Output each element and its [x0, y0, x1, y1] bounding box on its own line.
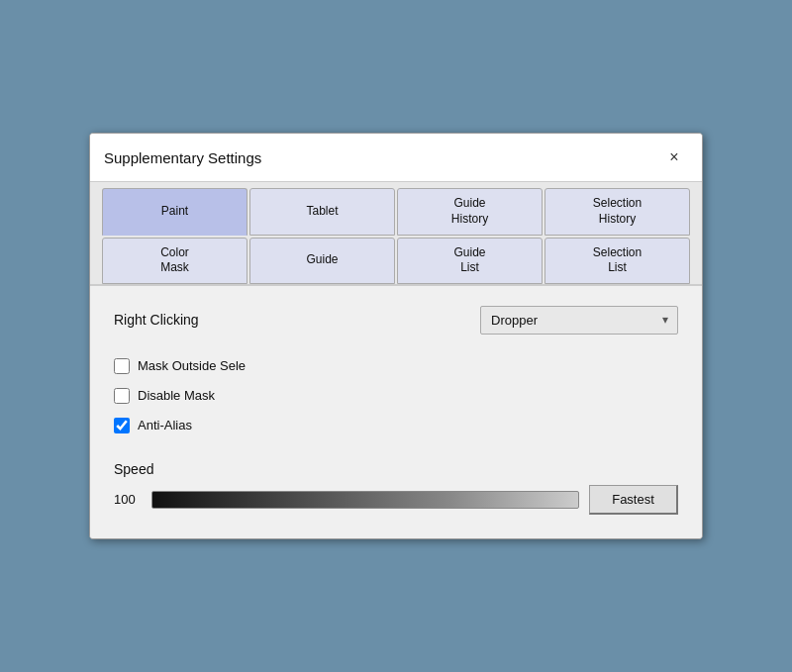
anti-alias-row: Anti-Alias	[114, 418, 678, 433]
anti-alias-label: Anti-Alias	[138, 418, 192, 432]
tab-color-mask[interactable]: ColorMask	[102, 238, 248, 284]
title-bar: Supplementary Settings ×	[90, 134, 702, 182]
tab-guide-history[interactable]: GuideHistory	[397, 188, 543, 235]
tab-guide-list[interactable]: GuideList	[397, 238, 543, 284]
disable-mask-label: Disable Mask	[138, 388, 215, 403]
mask-outside-row: Mask Outside Sele	[114, 358, 678, 374]
anti-alias-checkbox[interactable]	[114, 418, 130, 433]
dialog-title: Supplementary Settings	[104, 149, 261, 166]
right-clicking-dropdown[interactable]: Dropper None Color Picker Menu	[480, 306, 678, 335]
checkbox-group: Mask Outside Sele Disable Mask Anti-Alia…	[114, 358, 678, 433]
supplementary-settings-dialog: Supplementary Settings × Paint Tablet Gu…	[89, 133, 703, 538]
right-clicking-dropdown-wrapper: Dropper None Color Picker Menu ▾	[480, 306, 678, 335]
mask-outside-label: Mask Outside Sele	[138, 358, 246, 373]
tab-tablet[interactable]: Tablet	[249, 188, 395, 235]
fastest-button[interactable]: Fastest	[589, 485, 678, 515]
content-area: Right Clicking Dropper None Color Picker…	[90, 284, 702, 538]
speed-slider-wrapper[interactable]	[151, 489, 579, 511]
right-clicking-label: Right Clicking	[114, 312, 199, 328]
tab-guide[interactable]: Guide	[249, 238, 395, 284]
speed-row: 100 Fastest	[114, 485, 678, 515]
tab-paint[interactable]: Paint	[102, 188, 248, 235]
tab-selection-history[interactable]: SelectionHistory	[544, 188, 690, 235]
mask-outside-checkbox[interactable]	[114, 358, 130, 374]
tab-rows: Paint Tablet GuideHistory SelectionHisto…	[96, 182, 696, 283]
tab-selection-list[interactable]: SelectionList	[544, 238, 690, 284]
tab-bar: Paint Tablet GuideHistory SelectionHisto…	[90, 182, 702, 283]
speed-slider-track	[151, 491, 579, 509]
speed-section: Speed 100 Fastest	[114, 461, 678, 515]
speed-label: Speed	[114, 461, 678, 477]
disable-mask-checkbox[interactable]	[114, 388, 130, 404]
speed-value: 100	[114, 492, 142, 507]
close-button[interactable]: ×	[660, 144, 688, 171]
right-clicking-row: Right Clicking Dropper None Color Picker…	[114, 306, 678, 335]
disable-mask-row: Disable Mask	[114, 388, 678, 404]
